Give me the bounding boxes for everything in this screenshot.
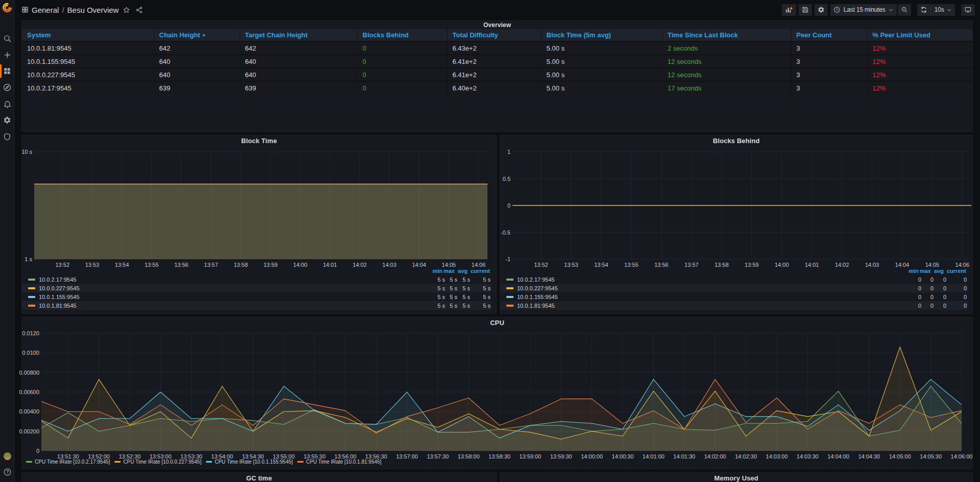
series-name[interactable]: 10.0.0.227:9545	[39, 285, 80, 291]
legend-row: 10.0.1.155:95455 s5 s5 s5 s	[22, 292, 492, 301]
configuration-gear-icon[interactable]	[0, 114, 14, 126]
legend-stat-value: 5 s	[457, 285, 470, 291]
series-color-icon[interactable]	[28, 287, 35, 289]
column-header[interactable]: Target Chain Height	[240, 29, 357, 41]
series-color-icon	[206, 461, 212, 463]
blocks-behind-legend: minmaxavgcurrent 10.0.2.17:9545000010.0.…	[500, 267, 972, 310]
cycle-view-mode-button[interactable]	[961, 4, 975, 16]
panel-overview: Overview SystemChain Height▾Target Chain…	[21, 20, 973, 132]
zoom-out-icon	[901, 6, 908, 13]
navbar-actions: Last 15 minutes 10s	[779, 4, 976, 16]
legend-row: 10.0.2.17:95450000	[500, 275, 968, 284]
series-name[interactable]: 10.0.1.155:9545	[39, 294, 80, 300]
legend-stat-header[interactable]: current	[468, 268, 488, 274]
panel-title[interactable]: Memory Used	[500, 473, 972, 482]
panel-title[interactable]: GC time	[22, 473, 496, 482]
x-axis-tick-label: 13:59:30	[550, 453, 572, 460]
column-header[interactable]: Total Difficulty	[447, 29, 541, 41]
chevron-down-icon	[946, 7, 952, 13]
x-axis-tick-label: 14:06:00	[951, 453, 973, 460]
series-color-icon[interactable]	[506, 279, 514, 281]
y-axis-tick-label: 0.00800	[19, 370, 39, 376]
series-name[interactable]: 10.0.1.155:9545	[517, 294, 558, 300]
refresh-button[interactable]	[917, 4, 930, 16]
series-color-icon[interactable]	[506, 305, 514, 307]
column-header[interactable]: % Peer Limit Used	[867, 29, 972, 41]
legend-stat-value: 5 s	[457, 294, 470, 300]
legend-stat-value: 0	[901, 303, 921, 309]
legend-item[interactable]: CPU Time IRate [10.0.1.155:9545]	[206, 459, 293, 465]
legend-stat-header[interactable]: current	[944, 268, 964, 274]
alerting-bell-icon[interactable]	[0, 98, 14, 110]
avatar[interactable]	[0, 450, 14, 462]
legend-stat-header[interactable]: max	[442, 268, 455, 274]
legend-stat-value: 0	[921, 294, 934, 300]
table-cell: 6.41e+2	[447, 68, 541, 81]
series-color-icon[interactable]	[506, 296, 514, 298]
series-color-icon[interactable]	[506, 287, 514, 289]
breadcrumb-section[interactable]: General	[32, 6, 59, 14]
column-header[interactable]: Chain Height▾	[154, 29, 240, 41]
table-cell: 0	[357, 55, 447, 68]
table-row: 10.0.1.155:954564064006.41e+25.00 s12 se…	[22, 55, 972, 68]
legend-stat-header[interactable]: max	[919, 268, 931, 274]
column-header[interactable]: Blocks Behind	[357, 29, 447, 41]
share-icon[interactable]	[135, 6, 143, 14]
breadcrumb: General / Besu Overview	[21, 6, 143, 14]
table-cell: 5.00 s	[541, 68, 662, 81]
series-name[interactable]: 10.0.0.227:9545	[517, 285, 558, 291]
series-name[interactable]: 10.0.1.81:9545	[517, 303, 554, 309]
explore-compass-icon[interactable]	[0, 81, 14, 94]
legend-stat-header[interactable]: avg	[931, 268, 944, 274]
series-color-icon[interactable]	[28, 305, 35, 307]
legend-row: 10.0.0.227:95450000	[500, 284, 968, 292]
legend-row: 10.0.2.17:95455 s5 s5 s5 s	[22, 275, 492, 284]
breadcrumb-title[interactable]: Besu Overview	[67, 6, 119, 14]
table-cell: 640	[240, 68, 357, 81]
legend-stat-value: 5 s	[445, 285, 457, 291]
panel-title[interactable]: Overview	[22, 21, 972, 29]
help-icon[interactable]	[0, 466, 14, 478]
legend-stat-header[interactable]: min	[422, 268, 442, 274]
column-header[interactable]: Time Since Last Block	[662, 29, 791, 41]
dashboards-icon[interactable]	[0, 65, 14, 77]
table-cell: 639	[154, 81, 240, 95]
legend-stat-value: 0	[901, 277, 921, 283]
legend-stat-header[interactable]: min	[898, 268, 919, 274]
grafana-logo[interactable]	[2, 2, 13, 13]
column-header[interactable]: Peer Count	[791, 29, 867, 41]
legend-item[interactable]: CPU Time IRate [10.0.2.17:9545]	[26, 459, 110, 465]
column-header[interactable]: Block Time (5m avg)	[541, 29, 662, 41]
refresh-interval-button[interactable]: 10s	[931, 4, 955, 16]
series-name[interactable]: 10.0.2.17:9545	[517, 277, 554, 283]
table-cell: 5.00 s	[541, 41, 662, 55]
star-icon[interactable]	[123, 6, 130, 14]
cpu-legend: CPU Time IRate [10.0.2.17:9545]CPU Time …	[26, 459, 386, 465]
x-axis-tick-label: 13:57:00	[396, 453, 418, 460]
add-icon[interactable]	[0, 49, 14, 61]
column-header[interactable]: System	[22, 29, 154, 41]
zoom-out-button[interactable]	[898, 4, 911, 16]
series-name[interactable]: 10.0.2.17:9545	[39, 277, 76, 283]
legend-item[interactable]: CPU Time IRate [10.0.0.227:9545]	[114, 459, 201, 465]
y-axis-tick-label: 1 s	[25, 256, 32, 262]
series-name: CPU Time IRate [10.0.0.227:9545]	[123, 459, 201, 465]
series-name[interactable]: 10.0.1.81:9545	[39, 303, 76, 309]
table-cell: 6.41e+2	[447, 55, 541, 68]
add-panel-button[interactable]	[782, 4, 796, 16]
server-admin-shield-icon[interactable]	[0, 130, 14, 143]
legend-item[interactable]: CPU Time IRate [10.0.1.81:9545]	[297, 459, 381, 465]
legend-stat-header[interactable]: avg	[455, 268, 468, 274]
sort-caret-icon: ▾	[203, 33, 205, 38]
legend-row: 10.0.1.81:95450000	[500, 301, 968, 310]
search-icon[interactable]	[0, 32, 14, 44]
legend-stat-value: 5 s	[425, 303, 445, 309]
table-header-row: SystemChain Height▾Target Chain HeightBl…	[22, 29, 972, 41]
dashboard-settings-button[interactable]	[814, 4, 828, 16]
table-cell: 640	[154, 55, 240, 68]
time-picker-button[interactable]: Last 15 minutes	[830, 4, 897, 16]
series-color-icon[interactable]	[28, 279, 35, 281]
save-dashboard-button[interactable]	[799, 4, 812, 16]
legend-stat-value: 0	[921, 303, 934, 309]
series-color-icon[interactable]	[28, 296, 35, 298]
